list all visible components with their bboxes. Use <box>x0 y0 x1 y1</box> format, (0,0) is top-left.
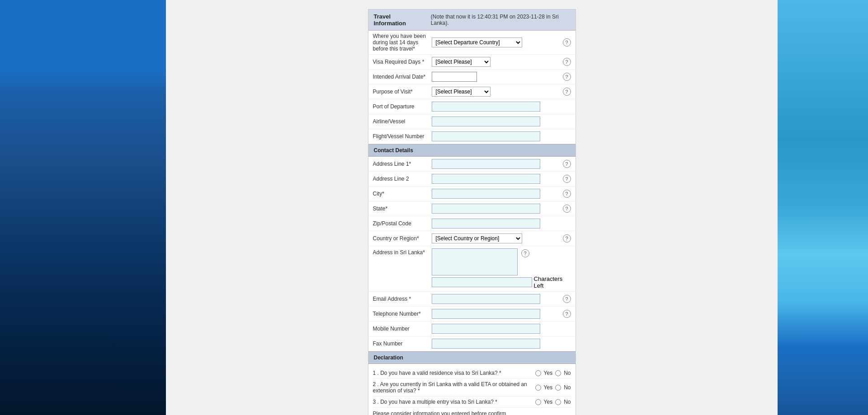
declaration-q1-yes-label: Yes <box>544 370 553 376</box>
chars-left-input[interactable]: 90 <box>432 277 532 287</box>
purpose-help[interactable]: ? <box>563 88 571 96</box>
zip-input[interactable] <box>432 219 540 228</box>
departure-country-help[interactable]: ? <box>563 38 571 47</box>
declaration-section: 1 . Do you have a valid residence visa t… <box>368 364 576 415</box>
mobile-input[interactable] <box>432 324 540 334</box>
main-content: Travel Information (Note that now it is … <box>166 0 778 415</box>
intended-arrival-date-label: Intended Arrival Date* <box>373 74 432 80</box>
telephone-input-area <box>432 309 559 319</box>
address-line1-input-area <box>432 159 559 169</box>
declaration-radio-group-2: Yes No <box>535 384 571 391</box>
declaration-header: Declaration <box>368 351 576 364</box>
flight-input-area <box>432 131 571 141</box>
address-sri-lanka-textarea[interactable] <box>432 248 518 275</box>
address-line1-help[interactable]: ? <box>563 160 571 168</box>
country-region-help[interactable]: ? <box>563 234 571 242</box>
state-input[interactable] <box>432 204 540 214</box>
city-help[interactable]: ? <box>563 190 571 198</box>
address-line2-label: Address Line 2 <box>373 176 432 182</box>
contact-details-title: Contact Details <box>374 147 413 154</box>
visa-days-input-area: [Select Please] <box>432 57 559 67</box>
contact-details-header: Contact Details <box>368 144 576 157</box>
telephone-label: Telephone Number* <box>373 311 432 317</box>
declaration-question-3: 3 . Do you have a multiple entry visa to… <box>373 399 532 405</box>
address-sri-lanka-help[interactable]: ? <box>521 249 529 257</box>
fax-row: Fax Number <box>368 336 576 351</box>
visa-days-help[interactable]: ? <box>563 58 571 66</box>
declaration-question-2: 2 . Are you currently in Sri Lanka with … <box>373 381 532 394</box>
telephone-help[interactable]: ? <box>563 310 571 318</box>
departure-country-select[interactable]: [Select Departure Country] <box>432 37 522 47</box>
state-label: State* <box>373 205 432 212</box>
address-line2-help[interactable]: ? <box>563 175 571 183</box>
section-note: (Note that now it is 12:40:31 PM on 2023… <box>431 14 570 26</box>
flight-vessel-number-row: Flight/Vessel Number <box>368 129 576 144</box>
intended-arrival-date-row: Intended Arrival Date* ? <box>368 70 576 84</box>
departure-country-input-area: [Select Departure Country] <box>432 37 559 47</box>
address-line2-row: Address Line 2 ? <box>368 172 576 187</box>
flight-vessel-number-input[interactable] <box>432 131 540 141</box>
city-input[interactable] <box>432 189 540 199</box>
address-line2-input-area <box>432 174 559 184</box>
departure-country-row: Where you have been during last 14 days … <box>368 31 576 55</box>
airline-vessel-input[interactable] <box>432 117 540 126</box>
declaration-row-3: 3 . Do you have a multiple entry visa to… <box>373 396 571 408</box>
chars-left-label: Characters Left <box>534 275 571 289</box>
declaration-q2-no-label: No <box>564 384 571 391</box>
port-of-departure-label: Port of Departure <box>373 103 432 110</box>
intended-arrival-date-input[interactable] <box>432 72 477 82</box>
declaration-q3-no-radio[interactable] <box>555 399 561 405</box>
flight-vessel-number-label: Flight/Vessel Number <box>373 133 432 140</box>
address-sri-lanka-inner: ? <box>432 248 529 275</box>
address-sri-lanka-input-area: ? 90 Characters Left <box>432 248 571 289</box>
purpose-of-visit-row: Purpose of Visit* [Select Please] ? <box>368 84 576 99</box>
mobile-input-area <box>432 324 571 334</box>
declaration-q3-yes-radio[interactable] <box>535 399 541 405</box>
declaration-q3-yes-label: Yes <box>544 399 553 405</box>
arrival-date-input-area <box>432 72 559 82</box>
declaration-q1-no-radio[interactable] <box>555 370 561 376</box>
purpose-of-visit-select[interactable]: [Select Please] <box>432 87 491 97</box>
port-of-departure-row: Port of Departure <box>368 99 576 114</box>
fax-input[interactable] <box>432 339 540 349</box>
address-line2-input[interactable] <box>432 174 540 184</box>
telephone-row: Telephone Number* ? <box>368 307 576 322</box>
port-of-departure-input[interactable] <box>432 102 540 112</box>
declaration-row-1: 1 . Do you have a valid residence visa t… <box>373 368 571 379</box>
mobile-label: Mobile Number <box>373 326 432 332</box>
country-region-select[interactable]: [Select Country or Region] <box>432 233 522 243</box>
declaration-q2-no-radio[interactable] <box>555 385 561 391</box>
telephone-input[interactable] <box>432 309 540 319</box>
airline-input-area <box>432 117 571 126</box>
airline-vessel-label: Airline/Vessel <box>373 118 432 125</box>
declaration-title: Declaration <box>374 354 403 361</box>
declaration-row-2: 2 . Are you currently in Sri Lanka with … <box>373 379 571 396</box>
address-line1-label: Address Line 1* <box>373 161 432 167</box>
form-container: Travel Information (Note that now it is … <box>368 9 576 415</box>
declaration-q2-yes-radio[interactable] <box>535 385 541 391</box>
email-input[interactable] <box>432 294 540 304</box>
declaration-q1-yes-radio[interactable] <box>535 370 541 376</box>
declaration-q1-no-label: No <box>564 370 571 376</box>
address-line1-input[interactable] <box>432 159 540 169</box>
airline-vessel-row: Airline/Vessel <box>368 114 576 129</box>
email-input-area <box>432 294 559 304</box>
purpose-input-area: [Select Please] <box>432 87 559 97</box>
confirm-info-text: Please consider information you entered … <box>373 408 571 415</box>
address-line1-row: Address Line 1* ? <box>368 157 576 172</box>
declaration-radio-group-3: Yes No <box>535 399 571 405</box>
fax-label: Fax Number <box>373 340 432 347</box>
arrival-date-help[interactable]: ? <box>563 73 571 81</box>
state-help[interactable]: ? <box>563 205 571 213</box>
purpose-of-visit-label: Purpose of Visit* <box>373 89 432 95</box>
section-title: Travel Information <box>374 13 422 27</box>
state-input-area <box>432 204 559 214</box>
city-input-area <box>432 189 559 199</box>
country-region-input-area: [Select Country or Region] <box>432 233 559 243</box>
zip-input-area <box>432 219 571 228</box>
visa-required-days-select[interactable]: [Select Please] <box>432 57 491 67</box>
declaration-q3-no-label: No <box>564 399 571 405</box>
declaration-radio-group-1: Yes No <box>535 370 571 376</box>
email-label: Email Address * <box>373 296 432 302</box>
email-help[interactable]: ? <box>563 295 571 303</box>
